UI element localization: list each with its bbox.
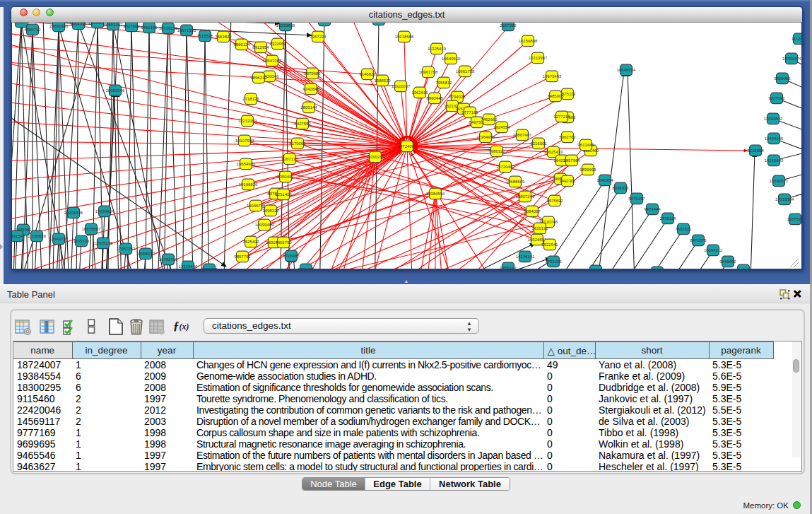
svg-text:16210643: 16210643 bbox=[765, 158, 784, 163]
svg-text:12444155: 12444155 bbox=[765, 136, 784, 141]
svg-text:21364436: 21364436 bbox=[476, 135, 495, 139]
svg-text:8215958: 8215958 bbox=[747, 148, 764, 153]
svg-text:19300293: 19300293 bbox=[366, 155, 385, 159]
svg-text:1167533: 1167533 bbox=[787, 217, 801, 221]
svg-text:1492301: 1492301 bbox=[559, 179, 576, 183]
svg-text:9777169: 9777169 bbox=[461, 110, 478, 115]
svg-text:20206536: 20206536 bbox=[64, 211, 83, 215]
svg-text:12093832: 12093832 bbox=[764, 117, 783, 121]
svg-text:9146821: 9146821 bbox=[359, 72, 376, 76]
svg-text:2718126: 2718126 bbox=[242, 97, 259, 101]
svg-text:1527602: 1527602 bbox=[123, 24, 140, 28]
svg-text:16640910: 16640910 bbox=[442, 57, 461, 61]
svg-text:3267130: 3267130 bbox=[281, 157, 298, 161]
svg-text:19218586: 19218586 bbox=[395, 35, 414, 39]
svg-text:1251409: 1251409 bbox=[275, 192, 292, 197]
svg-text:16154808: 16154808 bbox=[519, 39, 538, 43]
svg-text:7986322: 7986322 bbox=[488, 149, 505, 153]
svg-text:9084067: 9084067 bbox=[524, 209, 541, 214]
svg-text:14136141: 14136141 bbox=[516, 255, 535, 259]
svg-text:1615132: 1615132 bbox=[531, 226, 548, 230]
svg-text:6466160: 6466160 bbox=[141, 25, 158, 30]
svg-text:18807249: 18807249 bbox=[516, 194, 535, 199]
svg-text:3498222: 3498222 bbox=[262, 209, 279, 213]
svg-text:7902790: 7902790 bbox=[275, 240, 292, 245]
svg-text:1733426: 1733426 bbox=[545, 259, 562, 264]
svg-text:11156829: 11156829 bbox=[28, 234, 46, 238]
svg-text:10975887: 10975887 bbox=[82, 227, 101, 231]
svg-text:15751074: 15751074 bbox=[782, 57, 801, 61]
svg-text:9245652: 9245652 bbox=[719, 259, 736, 264]
svg-text:16671355: 16671355 bbox=[177, 28, 196, 33]
svg-text:6879197: 6879197 bbox=[628, 197, 645, 201]
svg-text:10853267: 10853267 bbox=[104, 23, 123, 27]
svg-text:9242848: 9242848 bbox=[302, 87, 319, 91]
svg-text:9857964: 9857964 bbox=[563, 158, 580, 163]
svg-text:15720407: 15720407 bbox=[496, 165, 515, 169]
svg-text:10961758: 10961758 bbox=[419, 70, 438, 74]
svg-text:16782759: 16782759 bbox=[159, 257, 178, 262]
svg-text:8427552: 8427552 bbox=[294, 122, 311, 126]
svg-text:10025433: 10025433 bbox=[544, 150, 563, 154]
svg-text:14099489: 14099489 bbox=[255, 223, 274, 227]
svg-text:7357224: 7357224 bbox=[310, 35, 326, 39]
svg-text:18724007: 18724007 bbox=[398, 144, 417, 148]
svg-text:4170061: 4170061 bbox=[289, 141, 306, 146]
svg-text:1145193: 1145193 bbox=[73, 239, 90, 243]
svg-text:2935114: 2935114 bbox=[660, 216, 677, 221]
svg-text:7632621: 7632621 bbox=[675, 227, 692, 231]
svg-text:10654112: 10654112 bbox=[704, 248, 723, 252]
svg-text:9024502: 9024502 bbox=[201, 267, 218, 269]
svg-text:12505135: 12505135 bbox=[94, 241, 113, 245]
svg-text:12213967: 12213967 bbox=[529, 56, 548, 60]
svg-text:5362702: 5362702 bbox=[559, 135, 576, 139]
svg-text:19654983: 19654983 bbox=[237, 162, 256, 166]
svg-text:12323446: 12323446 bbox=[179, 264, 198, 269]
svg-text:2522541: 2522541 bbox=[541, 243, 558, 247]
svg-text:16033809: 16033809 bbox=[276, 23, 295, 28]
svg-text:8990448: 8990448 bbox=[426, 96, 443, 100]
svg-text:19166826: 19166826 bbox=[239, 182, 258, 187]
svg-text:5359402: 5359402 bbox=[277, 175, 294, 179]
svg-text:1277216: 1277216 bbox=[553, 115, 570, 119]
svg-text:1362615: 1362615 bbox=[411, 90, 428, 95]
svg-text:6216001: 6216001 bbox=[530, 141, 547, 146]
svg-text:12942737: 12942737 bbox=[49, 237, 69, 241]
svg-text:7955812: 7955812 bbox=[435, 81, 452, 85]
svg-text:10688609: 10688609 bbox=[506, 180, 525, 184]
svg-text:15322037: 15322037 bbox=[392, 84, 411, 88]
svg-text:16648784: 16648784 bbox=[617, 68, 636, 72]
svg-text:9227342: 9227342 bbox=[768, 96, 785, 100]
svg-text:9329966: 9329966 bbox=[774, 76, 791, 81]
svg-text:28053346: 28053346 bbox=[106, 88, 125, 93]
svg-text:9356102: 9356102 bbox=[500, 266, 517, 269]
svg-text:9714325: 9714325 bbox=[735, 268, 752, 269]
svg-text:9860124: 9860124 bbox=[233, 42, 250, 47]
svg-text:2803144: 2803144 bbox=[300, 105, 317, 110]
svg-text:10973493: 10973493 bbox=[543, 74, 562, 78]
svg-text:2322051: 2322051 bbox=[269, 42, 286, 46]
svg-text:8471876: 8471876 bbox=[690, 238, 707, 243]
svg-text:3624554: 3624554 bbox=[493, 125, 510, 129]
svg-text:5716485: 5716485 bbox=[283, 254, 300, 258]
svg-text:12213369: 12213369 bbox=[238, 119, 257, 123]
svg-text:20691406: 20691406 bbox=[49, 24, 69, 28]
svg-text:1112438: 1112438 bbox=[792, 37, 801, 41]
svg-text:17957253: 17957253 bbox=[117, 247, 136, 251]
svg-text:9474444: 9474444 bbox=[644, 207, 661, 211]
svg-text:6794028: 6794028 bbox=[449, 95, 466, 99]
svg-text:9964391: 9964391 bbox=[70, 23, 87, 26]
svg-text:7515526: 7515526 bbox=[196, 34, 213, 38]
svg-text:9899695: 9899695 bbox=[579, 168, 596, 172]
svg-text:2687682: 2687682 bbox=[500, 23, 517, 28]
svg-text:3911547: 3911547 bbox=[12, 234, 25, 238]
svg-text:15692971: 15692971 bbox=[770, 179, 789, 183]
svg-text:10807487: 10807487 bbox=[513, 133, 532, 137]
svg-text:9857791: 9857791 bbox=[234, 255, 251, 259]
svg-text:10107553: 10107553 bbox=[235, 139, 254, 143]
svg-text:7625402: 7625402 bbox=[242, 240, 259, 244]
svg-text:19384554: 19384554 bbox=[426, 192, 445, 196]
svg-text:7663822: 7663822 bbox=[215, 35, 232, 39]
svg-text:11325419: 11325419 bbox=[428, 47, 447, 51]
svg-text:1588520: 1588520 bbox=[374, 78, 391, 83]
